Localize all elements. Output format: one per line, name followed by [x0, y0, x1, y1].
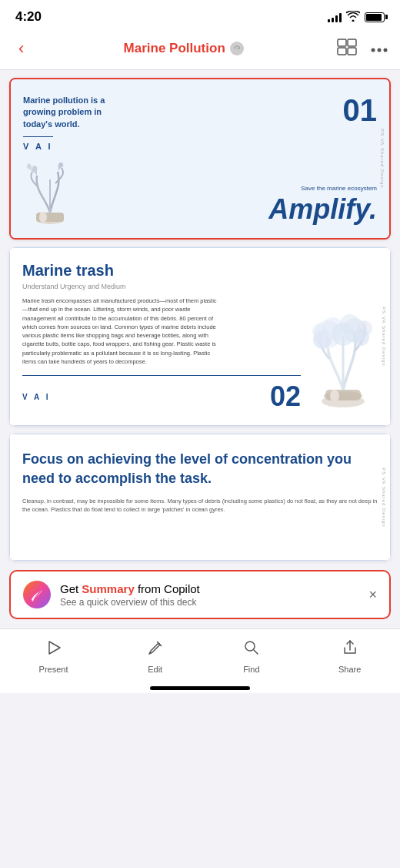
home-bar: [150, 686, 250, 690]
nav-bar: ‹ Marine Pollution: [0, 29, 400, 70]
copilot-main-text: Get Summary from Copilot: [60, 582, 359, 595]
find-icon: [242, 638, 261, 662]
copilot-sub-text: See a quick overview of this deck: [60, 597, 359, 608]
slides-scroll-area: Marine pollution is a growing problem in…: [0, 70, 400, 628]
signal-icon: [328, 12, 342, 22]
slide-3-body: Cleanup, in contrast, may be impossible …: [22, 497, 378, 514]
nav-find-label: Find: [243, 665, 259, 674]
svg-rect-3: [338, 48, 346, 55]
svg-rect-1: [338, 39, 346, 46]
bottom-nav: Present Edit Find Share: [0, 628, 400, 680]
svg-rect-2: [348, 39, 356, 46]
nav-title-group: Marine Pollution: [124, 41, 244, 56]
nav-item-share[interactable]: Share: [338, 638, 361, 674]
slide-2-footer: V A I 02: [22, 375, 301, 413]
slide-2-side-label-wrapper: PS VA Shared Design: [377, 247, 391, 426]
slide-2-content: Marine trash Understand Urgency and Medi…: [22, 262, 301, 413]
present-icon: [45, 638, 63, 662]
slide-3-inner: Focus on achieving the level of concentr…: [9, 434, 391, 561]
slide-3-side-label-wrapper: PS VA Shared Design: [377, 434, 391, 561]
svg-marker-24: [49, 642, 60, 654]
nav-right-icons: [337, 39, 388, 59]
slide-2-title: Marine trash: [22, 262, 301, 280]
layout-icon[interactable]: [337, 39, 357, 59]
share-icon: [341, 638, 359, 662]
nav-title-sync-icon: [230, 42, 244, 55]
slide-1-top: Marine pollution is a growing problem in…: [23, 95, 377, 152]
slide-card-1[interactable]: Marine pollution is a growing problem in…: [9, 78, 391, 240]
slide-1-tagline: Marine pollution is a growing problem in…: [23, 95, 131, 130]
copilot-summary-text: Summary: [82, 582, 134, 595]
slide-3-focus-word: Focus: [22, 451, 63, 467]
status-bar: 4:20: [0, 0, 400, 29]
slide-1-amplify-section: Save the marine ecosystem Amplify.: [77, 185, 377, 226]
battery-icon: [365, 12, 385, 22]
nav-present-label: Present: [39, 665, 68, 674]
copilot-get-text: Get: [60, 582, 82, 595]
status-icons: [328, 11, 385, 24]
slide-2-inner: Marine trash Understand Urgency and Medi…: [9, 247, 391, 426]
slide-1-side-label: PS VA Shared Design: [380, 129, 385, 188]
slide-3-side-label: PS VA Shared Design: [382, 468, 386, 527]
slide-1-letters: V A I: [23, 136, 53, 151]
svg-point-23: [330, 390, 339, 402]
slide-1-bottom: Save the marine ecosystem Amplify.: [23, 160, 377, 226]
slide-2-subtitle: Understand Urgency and Medium: [22, 283, 301, 290]
copilot-icon: [23, 581, 51, 608]
home-indicator: [0, 680, 400, 693]
slide-card-3[interactable]: Focus on achieving the level of concentr…: [9, 434, 391, 561]
more-options-icon[interactable]: [371, 42, 388, 55]
svg-point-20: [332, 323, 355, 346]
slide-1-plant-area: [23, 160, 77, 226]
edit-icon: [146, 638, 165, 662]
svg-point-25: [245, 642, 255, 651]
svg-point-5: [372, 49, 375, 52]
slide-1-number: 01: [343, 95, 378, 126]
svg-point-6: [378, 49, 382, 52]
svg-point-21: [312, 323, 328, 339]
svg-point-0: [232, 43, 242, 54]
slide-2-letters: V A I: [22, 393, 50, 401]
nav-share-label: Share: [338, 665, 361, 674]
coral-plant-icon: [23, 160, 77, 226]
slide-3-title-rest: on achieving the level of concentration …: [22, 451, 352, 486]
svg-rect-4: [348, 48, 356, 55]
copilot-banner[interactable]: Get Summary from Copilot See a quick ove…: [9, 570, 391, 619]
slide-1-side-label-wrapper: PS VA Shared Design: [375, 79, 389, 238]
status-time: 4:20: [15, 9, 42, 25]
slide-2-side-label: PS VA Shared Design: [382, 307, 386, 367]
slide-2-coral-icon: [308, 282, 378, 413]
slide-2-number: 02: [270, 380, 301, 413]
nav-item-find[interactable]: Find: [242, 638, 261, 674]
copilot-from-text: from Copilot: [135, 582, 200, 595]
copilot-close-button[interactable]: ×: [368, 587, 377, 603]
back-button[interactable]: ‹: [12, 35, 30, 62]
nav-title: Marine Pollution: [124, 41, 225, 56]
svg-point-7: [384, 49, 388, 52]
slide-2-image: [308, 262, 378, 413]
slide-card-2[interactable]: Marine trash Understand Urgency and Medi…: [9, 247, 391, 426]
slide-3-title: Focus on achieving the level of concentr…: [22, 450, 378, 488]
slide-2-body: Marine trash encompasses all manufacture…: [22, 297, 222, 366]
nav-item-present[interactable]: Present: [39, 638, 68, 674]
copilot-text: Get Summary from Copilot See a quick ove…: [60, 582, 359, 608]
wifi-icon: [346, 11, 360, 24]
amplify-text: Amplify.: [268, 193, 377, 225]
nav-edit-label: Edit: [148, 665, 162, 674]
svg-point-10: [39, 212, 47, 223]
nav-item-edit[interactable]: Edit: [146, 638, 165, 674]
save-marine-text: Save the marine ecosystem: [77, 185, 377, 192]
svg-point-22: [357, 320, 372, 336]
